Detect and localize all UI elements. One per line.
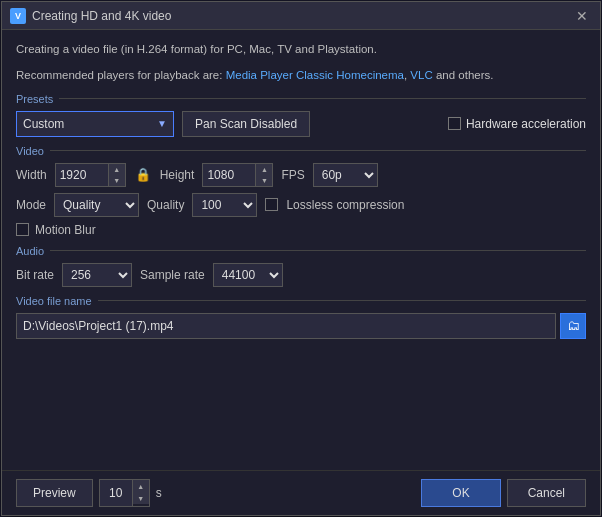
- height-down-button[interactable]: ▼: [256, 175, 272, 186]
- bit-rate-dropdown[interactable]: 256 192 128: [62, 263, 132, 287]
- quality-dropdown[interactable]: 100 90 80: [192, 193, 257, 217]
- fps-dropdown[interactable]: 60p 30p 25p 24p: [313, 163, 378, 187]
- audio-section: Bit rate 256 192 128 Sample rate 44100 4…: [16, 263, 586, 287]
- hw-accel-area: Hardware acceleration: [448, 117, 586, 131]
- fps-label: FPS: [281, 168, 304, 182]
- hw-accel-label: Hardware acceleration: [466, 117, 586, 131]
- width-input[interactable]: [56, 164, 108, 186]
- motion-blur-checkbox[interactable]: [16, 223, 29, 236]
- file-browse-button[interactable]: 🗂: [560, 313, 586, 339]
- info-before: Recommended players for playback are:: [16, 69, 226, 81]
- video-section-label: Video: [16, 145, 586, 157]
- app-icon: V: [10, 8, 26, 24]
- preview-down-button[interactable]: ▼: [133, 492, 149, 504]
- preview-seconds-spinbox: ▲ ▼: [99, 479, 150, 507]
- bottom-bar: Preview ▲ ▼ s OK Cancel: [2, 470, 600, 515]
- presets-dropdown[interactable]: Custom ▼: [16, 111, 174, 137]
- preview-up-button[interactable]: ▲: [133, 480, 149, 492]
- video-section: Width ▲ ▼ 🔒 Height ▲ ▼ FP: [16, 163, 586, 237]
- motion-blur-label: Motion Blur: [35, 223, 96, 237]
- file-path-input[interactable]: [16, 313, 556, 339]
- width-label: Width: [16, 168, 47, 182]
- width-down-button[interactable]: ▼: [109, 175, 125, 186]
- hw-accel-checkbox[interactable]: [448, 117, 461, 130]
- mode-dropdown[interactable]: Quality Bitrate: [54, 193, 139, 217]
- cancel-button[interactable]: Cancel: [507, 479, 586, 507]
- info-after: and others.: [433, 69, 494, 81]
- dialog-title: Creating HD and 4K video: [32, 9, 572, 23]
- height-up-button[interactable]: ▲: [256, 164, 272, 175]
- presets-section-label: Presets: [16, 93, 586, 105]
- width-spinbox: ▲ ▼: [55, 163, 126, 187]
- pan-scan-button[interactable]: Pan Scan Disabled: [182, 111, 310, 137]
- preview-button[interactable]: Preview: [16, 479, 93, 507]
- lossless-checkbox[interactable]: [265, 198, 278, 211]
- info-line2: Recommended players for playback are: Me…: [16, 66, 586, 84]
- preview-seconds-input[interactable]: [100, 480, 132, 506]
- motion-blur-row: Motion Blur: [16, 223, 586, 237]
- link-vlc[interactable]: VLC: [410, 69, 432, 81]
- ok-button[interactable]: OK: [421, 479, 500, 507]
- dialog-window: V Creating HD and 4K video ✕ Creating a …: [1, 1, 601, 516]
- close-button[interactable]: ✕: [572, 6, 592, 26]
- quality-label: Quality: [147, 198, 184, 212]
- height-spinner-buttons: ▲ ▼: [255, 164, 272, 186]
- height-spinbox: ▲ ▼: [202, 163, 273, 187]
- height-label: Height: [160, 168, 195, 182]
- preview-spinner-buttons: ▲ ▼: [132, 480, 149, 506]
- audio-row: Bit rate 256 192 128 Sample rate 44100 4…: [16, 263, 586, 287]
- height-input[interactable]: [203, 164, 255, 186]
- bit-rate-label: Bit rate: [16, 268, 54, 282]
- sample-rate-dropdown[interactable]: 44100 48000: [213, 263, 283, 287]
- seconds-label: s: [156, 486, 162, 500]
- file-section-label: Video file name: [16, 295, 586, 307]
- file-row: 🗂: [16, 313, 586, 339]
- info-line1: Creating a video file (in H.264 format) …: [16, 40, 586, 58]
- link-mpc[interactable]: Media Player Classic Homecinema: [226, 69, 404, 81]
- dialog-content: Creating a video file (in H.264 format) …: [2, 30, 600, 470]
- video-row2: Mode Quality Bitrate Quality 100 90 80 L…: [16, 193, 586, 217]
- video-row1: Width ▲ ▼ 🔒 Height ▲ ▼ FP: [16, 163, 586, 187]
- browse-icon: 🗂: [567, 318, 580, 333]
- audio-section-label: Audio: [16, 245, 586, 257]
- sample-rate-label: Sample rate: [140, 268, 205, 282]
- width-up-button[interactable]: ▲: [109, 164, 125, 175]
- mode-label: Mode: [16, 198, 46, 212]
- presets-value: Custom: [23, 117, 64, 131]
- presets-left: Custom ▼ Pan Scan Disabled: [16, 111, 310, 137]
- title-bar: V Creating HD and 4K video ✕: [2, 2, 600, 30]
- presets-arrow: ▼: [157, 118, 167, 129]
- lock-icon[interactable]: 🔒: [134, 166, 152, 184]
- lossless-label: Lossless compression: [286, 198, 404, 212]
- width-spinner-buttons: ▲ ▼: [108, 164, 125, 186]
- presets-area: Custom ▼ Pan Scan Disabled Hardware acce…: [16, 111, 586, 137]
